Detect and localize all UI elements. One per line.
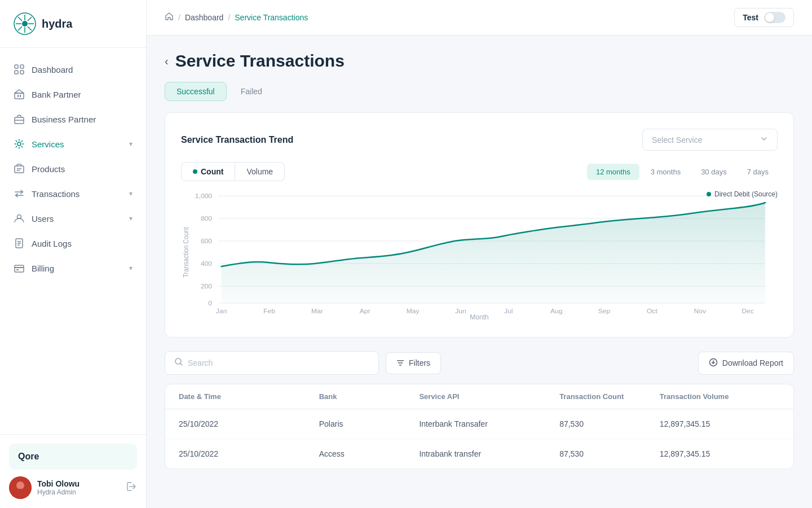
svg-rect-10	[15, 65, 18, 68]
status-tabs: Successful Failed	[165, 82, 794, 101]
breadcrumb-sep-1: /	[178, 13, 180, 22]
chart-title: Service Transaction Trend	[181, 135, 293, 145]
sidebar-item-dashboard[interactable]: Dashboard	[0, 57, 146, 82]
search-box	[165, 351, 379, 375]
time-tab-7d[interactable]: 7 days	[738, 164, 778, 180]
th-bank: Bank	[319, 392, 420, 401]
chart-area: Direct Debit (Source) 1,000 800 600 400 …	[181, 190, 778, 321]
logout-icon[interactable]	[126, 481, 137, 495]
home-icon[interactable]	[165, 12, 174, 23]
users-chevron: ▾	[129, 214, 133, 222]
user-info: Tobi Olowu Hydra Admin	[37, 479, 120, 496]
svg-line-8	[28, 17, 32, 21]
search-icon	[174, 357, 183, 369]
toggle-knob	[765, 13, 774, 22]
tab-successful[interactable]: Successful	[165, 82, 227, 101]
sidebar-item-products[interactable]: Products	[0, 156, 146, 181]
time-tab-12m[interactable]: 12 months	[587, 164, 639, 180]
svg-text:Sep: Sep	[598, 308, 611, 314]
breadcrumb-current: Service Transactions	[235, 13, 308, 22]
table-row: 25/10/2022 Access Intrabank transfer 87,…	[165, 439, 793, 468]
billing-chevron: ▾	[129, 264, 133, 272]
transactions-label: Transactions	[32, 189, 80, 199]
breadcrumb-dashboard[interactable]: Dashboard	[185, 13, 224, 22]
svg-line-7	[28, 27, 32, 30]
environment-toggle[interactable]: Test	[734, 8, 794, 27]
chart-header: Service Transaction Trend Select Service	[181, 129, 778, 151]
back-button[interactable]: ‹	[165, 55, 169, 68]
svg-text:Nov: Nov	[694, 308, 706, 314]
svg-rect-15	[17, 95, 19, 97]
billing-icon	[14, 262, 25, 274]
svg-text:Transaction Count: Transaction Count	[183, 227, 190, 278]
row2-date: 25/10/2022	[179, 449, 319, 458]
sidebar: hydra Dashboard Bank Partner	[0, 0, 147, 508]
chart-controls: Count Volume 12 months 3 months 30 days …	[181, 162, 778, 181]
download-report-button[interactable]: Download Report	[698, 352, 794, 375]
sidebar-navigation: Dashboard Bank Partner Business Partner	[0, 48, 146, 434]
th-date: Date & Time	[179, 392, 319, 401]
dashboard-icon	[14, 64, 25, 75]
sidebar-item-bank-partner[interactable]: Bank Partner	[0, 82, 146, 107]
sidebar-item-users[interactable]: Users ▾	[0, 206, 146, 231]
metric-tabs: Count Volume	[181, 162, 285, 181]
toggle-switch[interactable]	[764, 12, 785, 23]
th-count: Transaction Count	[559, 392, 660, 401]
time-tab-30d[interactable]: 30 days	[692, 164, 736, 180]
products-label: Products	[32, 164, 65, 174]
svg-rect-11	[20, 65, 24, 68]
organization-name: Qore	[18, 452, 39, 461]
business-partner-label: Business Partner	[32, 115, 96, 124]
svg-rect-16	[20, 95, 21, 97]
page-content: ‹ Service Transactions Successful Failed…	[147, 36, 812, 508]
svg-text:600: 600	[201, 238, 212, 244]
chart-svg: 1,000 800 600 400 200 0 Transaction Coun…	[181, 190, 778, 314]
app-name: hydra	[42, 17, 72, 30]
svg-text:0: 0	[208, 300, 212, 306]
users-label: Users	[32, 214, 54, 224]
hydra-logo-icon	[14, 12, 36, 35]
sidebar-item-billing[interactable]: Billing ▾	[0, 256, 146, 281]
sidebar-item-business-partner[interactable]: Business Partner	[0, 107, 146, 132]
row1-date: 25/10/2022	[179, 419, 319, 428]
time-tab-3m[interactable]: 3 months	[642, 164, 690, 180]
metric-count-label: Count	[201, 167, 223, 176]
audit-logs-icon	[14, 238, 25, 249]
page-header: ‹ Service Transactions	[165, 51, 794, 71]
services-icon	[14, 138, 25, 150]
search-input[interactable]	[188, 358, 369, 367]
sidebar-item-services[interactable]: Services ▾	[0, 132, 146, 156]
sidebar-item-audit-logs[interactable]: Audit Logs	[0, 231, 146, 256]
svg-point-1	[22, 21, 28, 27]
table-header: Date & Time Bank Service API Transaction…	[165, 384, 793, 409]
svg-text:800: 800	[201, 215, 212, 221]
svg-text:200: 200	[201, 283, 212, 289]
select-service-placeholder: Select Service	[652, 135, 756, 144]
user-avatar	[9, 476, 32, 499]
chart-legend: Direct Debit (Source)	[707, 190, 778, 198]
environment-label: Test	[743, 13, 758, 22]
svg-rect-30	[16, 269, 19, 270]
topbar: / Dashboard / Service Transactions Test	[147, 0, 812, 36]
services-label: Services	[32, 139, 64, 149]
svg-rect-14	[15, 93, 24, 99]
table-row: 25/10/2022 Polaris Interbank Transafer 8…	[165, 409, 793, 439]
row2-bank: Access	[319, 449, 420, 458]
metric-tab-count[interactable]: Count	[181, 162, 235, 181]
svg-text:Apr: Apr	[360, 308, 370, 314]
metric-tab-volume[interactable]: Volume	[235, 162, 285, 181]
filters-button[interactable]: Filters	[386, 352, 441, 374]
tab-failed[interactable]: Failed	[229, 82, 274, 101]
svg-text:Oct: Oct	[647, 308, 658, 314]
svg-text:Jan: Jan	[216, 308, 227, 314]
sidebar-item-transactions[interactable]: Transactions ▾	[0, 181, 146, 206]
select-service-dropdown[interactable]: Select Service	[642, 129, 778, 151]
data-table: Date & Time Bank Service API Transaction…	[165, 384, 794, 469]
legend-dot	[707, 192, 711, 196]
transactions-chevron: ▾	[129, 190, 133, 198]
row1-service: Interbank Transafer	[419, 419, 559, 428]
row2-service: Intrabank transfer	[419, 449, 559, 458]
row1-count: 87,530	[559, 419, 660, 428]
sidebar-logo: hydra	[0, 0, 146, 48]
chevron-down-icon	[760, 135, 768, 144]
